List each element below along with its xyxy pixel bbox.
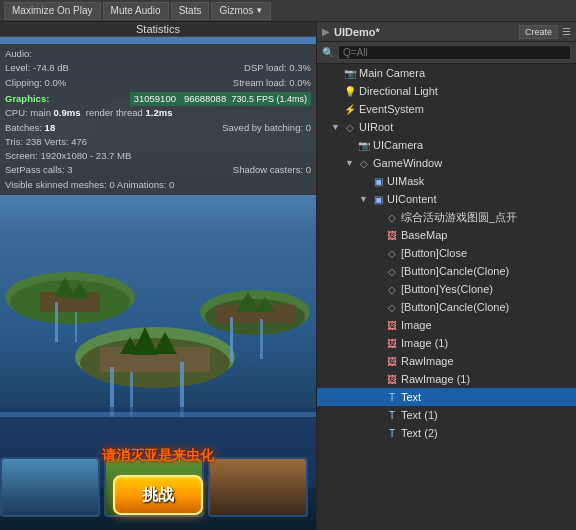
tree-arrow	[373, 284, 385, 294]
indent-space	[345, 301, 359, 313]
maximize-on-play-button[interactable]: Maximize On Play	[4, 2, 101, 20]
tree-item-event-system[interactable]: ⚡EventSystem	[317, 100, 576, 118]
image-icon: 🖼	[385, 228, 399, 242]
tree-label: RawImage (1)	[401, 373, 470, 385]
tree-arrow	[373, 248, 385, 258]
indent-space	[317, 247, 331, 259]
hierarchy-menu-icon[interactable]: ☰	[562, 26, 571, 37]
indent-space	[345, 319, 359, 331]
tree-label: Text	[401, 391, 421, 403]
tree-label: Text (2)	[401, 427, 438, 439]
indent-space	[331, 229, 345, 241]
hierarchy-panel: ▶ UIDemo* Create ☰ 🔍 📷Main Camera 💡Direc…	[316, 22, 576, 530]
tree-item-btn-cancle-clone[interactable]: ◇[Button]Cancle(Clone)	[317, 262, 576, 280]
tree-item-directional-light[interactable]: 💡Directional Light	[317, 82, 576, 100]
indent-space	[359, 265, 373, 277]
indent-space	[317, 139, 331, 151]
indent-space	[345, 355, 359, 367]
tree-label: UICamera	[373, 139, 423, 151]
main-area: Statistics Audio: Level: -74.8 dB DSP lo…	[0, 22, 576, 530]
tree-item-game-window[interactable]: ▼◇GameWindow	[317, 154, 576, 172]
tree-item-base-map[interactable]: 🖼BaseMap	[317, 226, 576, 244]
create-button[interactable]: Create	[519, 25, 558, 39]
tree-arrow: ▼	[345, 158, 357, 168]
indent-space	[359, 391, 373, 403]
text-icon: T	[385, 390, 399, 404]
image-icon: 🖼	[385, 336, 399, 350]
gameobj-icon: ◇	[357, 156, 371, 170]
indent-space	[317, 103, 331, 115]
svg-rect-31	[2, 459, 98, 515]
tree-item-ui-mask[interactable]: ▣UIMask	[317, 172, 576, 190]
svg-rect-23	[260, 319, 263, 359]
tree-label: Image	[401, 319, 432, 331]
tree-arrow	[331, 104, 343, 114]
text-icon: T	[385, 426, 399, 440]
indent-space	[317, 337, 331, 349]
gameobj-icon: ◇	[385, 264, 399, 278]
indent-space	[317, 157, 331, 169]
stats-overlay: Audio: Level: -74.8 dB DSP load: 0.3% Cl…	[0, 44, 316, 195]
gameobj-icon: ◇	[343, 120, 357, 134]
indent-space	[317, 85, 331, 97]
tree-item-ui-root[interactable]: ▼◇UIRoot	[317, 118, 576, 136]
tree-item-raw-image-1[interactable]: 🖼RawImage (1)	[317, 370, 576, 388]
tree-item-text[interactable]: TText	[317, 388, 576, 406]
tree-label: GameWindow	[373, 157, 442, 169]
tree-container: 📷Main Camera 💡Directional Light ⚡EventSy…	[317, 64, 576, 530]
indent-space	[345, 391, 359, 403]
image-icon: 🖼	[385, 318, 399, 332]
indent-space	[317, 229, 331, 241]
indent-space	[317, 193, 331, 205]
svg-rect-27	[0, 412, 316, 417]
tree-arrow	[373, 428, 385, 438]
tree-item-image-1[interactable]: 🖼Image (1)	[317, 334, 576, 352]
tree-item-raw-image[interactable]: 🖼RawImage	[317, 352, 576, 370]
tree-label: Text (1)	[401, 409, 438, 421]
tree-label: Image (1)	[401, 337, 448, 349]
indent-space	[331, 409, 345, 421]
stats-button[interactable]: Stats	[171, 2, 210, 20]
indent-space	[317, 211, 331, 223]
indent-space	[331, 337, 345, 349]
tree-item-text-2[interactable]: TText (2)	[317, 424, 576, 442]
event-icon: ⚡	[343, 102, 357, 116]
tree-label: [Button]Close	[401, 247, 467, 259]
image-icon: 🖼	[385, 354, 399, 368]
tree-item-image[interactable]: 🖼Image	[317, 316, 576, 334]
tree-item-ui-camera[interactable]: 📷UICamera	[317, 136, 576, 154]
tree-item-btn-yes-clone[interactable]: ◇[Button]Yes(Clone)	[317, 280, 576, 298]
tree-item-btn-cancle-clone2[interactable]: ◇[Button]Cancle(Clone)	[317, 298, 576, 316]
light-icon: 💡	[343, 84, 357, 98]
tree-item-main-camera[interactable]: 📷Main Camera	[317, 64, 576, 82]
indent-space	[317, 391, 331, 403]
tree-arrow	[373, 230, 385, 240]
text-icon: T	[385, 408, 399, 422]
tree-item-ui-content[interactable]: ▼▣UIContent	[317, 190, 576, 208]
tree-arrow	[373, 338, 385, 348]
indent-space	[331, 427, 345, 439]
indent-space	[345, 211, 359, 223]
indent-space	[331, 391, 345, 403]
search-input[interactable]	[338, 45, 571, 60]
indent-space	[345, 409, 359, 421]
indent-space	[345, 427, 359, 439]
indent-space	[345, 175, 359, 187]
tree-item-activity[interactable]: ◇综合活动游戏图圆_点开	[317, 208, 576, 226]
indent-space	[359, 229, 373, 241]
indent-space	[331, 247, 345, 259]
tree-arrow	[331, 68, 343, 78]
challenge-button[interactable]: 挑战	[113, 475, 203, 515]
tree-item-btn-close[interactable]: ◇[Button]Close	[317, 244, 576, 262]
indent-space	[331, 175, 345, 187]
indent-space	[331, 193, 345, 205]
tree-arrow	[373, 392, 385, 402]
tree-arrow	[373, 302, 385, 312]
mute-audio-button[interactable]: Mute Audio	[103, 2, 169, 20]
indent-space	[345, 337, 359, 349]
gizmos-button[interactable]: Gizmos ▼	[211, 2, 271, 20]
ui-icon: ▣	[371, 192, 385, 206]
tree-arrow	[373, 410, 385, 420]
gameobj-icon: ◇	[385, 210, 399, 224]
tree-item-text-1[interactable]: TText (1)	[317, 406, 576, 424]
